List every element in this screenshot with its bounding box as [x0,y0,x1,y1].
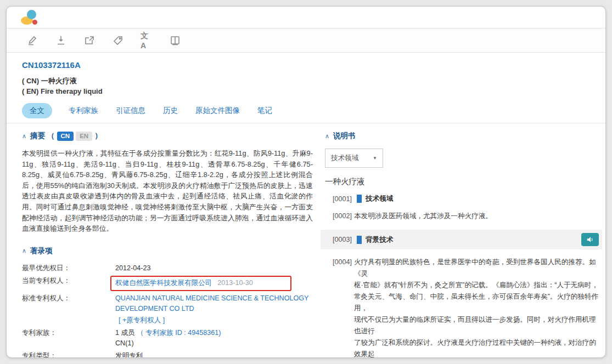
paragraph-text: 本发明涉及医药领域，尤其涉及一种火疗液。 [354,211,600,222]
tag-icon[interactable] [112,35,124,47]
abstract-section-title: 摘要 [30,131,45,141]
biblio-table: 最早优先权日： 2012-04-23 当前专利权人： 权健自然医学科技发展有限公… [22,263,313,358]
paragraph-number: [0001] [333,195,352,203]
priority-date-label: 最早优先权日： [22,263,115,274]
abstract-text: 本发明提供一种火疗液，其特征在于各成分按重量分数比为：红花9-11g、防风9-1… [22,148,313,234]
collapse-description-icon[interactable]: ∧ [325,133,329,140]
logo-red-circle [32,20,37,25]
app-header [7,7,605,29]
dropdown-selected-value: 技术领域 [331,153,358,163]
abstract-section-header: ∧ 摘要 （ CN EN ） [22,131,313,141]
annotation-red-box: 权健自然医学科技发展有限公司2013-10-30 [110,276,291,291]
section-marker-icon [357,236,362,244]
description-section-header: ∧ 说明书 [325,131,600,141]
current-assignee-date: 2013-10-30 [217,279,252,287]
current-assignee-link[interactable]: 权健自然医学科技发展有限公司 [115,279,212,287]
biblio-section-title: 著录项 [30,246,53,256]
logo-blue-circle [27,10,36,19]
biblio-section-header: ∧ 著录项 [22,246,313,256]
paragraph-number: [0004] [333,257,352,358]
paragraph-number: [0002] [333,211,352,222]
paragraph-0002: [0002] 本发明涉及医药领域，尤其涉及一种火疗液。 [325,211,600,222]
collapse-abstract-icon[interactable]: ∧ [22,133,26,140]
left-panel: ∧ 摘要 （ CN EN ） 本发明提供一种火疗液，其特征在于各成分按重量分数比… [22,131,313,358]
patent-type-label: 专利类型： [22,351,115,358]
tech-field-heading: 技术领域 [366,194,393,203]
patent-family-row: 专利家族： 1 成员 （ 专利家族 ID : 49458361) CN(1) [22,328,313,349]
standard-assignee-row: 标准专利权人： QUANJIAN NATURAL MEDICINE SCIENC… [22,293,313,326]
tab-patent-family[interactable]: 专利家族 [68,103,99,118]
export-icon[interactable] [83,35,96,47]
paragraph-0004: [0004] 火疗具有明显的民族特色，是世界医学中的奇葩，受到世界各国人民的推荐… [325,257,600,358]
background-heading: 背景技术 [366,235,393,244]
paren-open: （ [47,131,55,141]
family-country: CN(1) [115,339,134,347]
translate-icon[interactable]: 文A [141,35,153,47]
patent-number: CN103372116A [22,60,600,70]
original-assignee-toggle[interactable]: [ +原专利权人 ] [119,315,165,326]
highlighter-icon[interactable] [26,35,38,47]
standard-assignee-label: 标准专利权人： [22,293,115,326]
read-aloud-button[interactable] [581,233,599,246]
tab-bar: 全文 专利家族 引证信息 历史 原始文件图像 笔记 [22,103,600,118]
patent-type-value: 发明专利 [115,351,313,358]
paragraph-number: [0003] [333,236,352,243]
section-marker-icon [357,195,362,203]
section-jump-dropdown[interactable]: 技术领域 ▼ [325,149,383,168]
speaker-icon [586,236,594,243]
paragraph-text: 火疗具有明显的民族特色，是世界医学中的奇葩，受到世界各国人民的推荐。如 《灵 枢… [354,257,600,358]
tab-notes[interactable]: 笔记 [256,103,273,118]
download-icon[interactable] [55,35,67,47]
family-members: 1 成员 [115,329,137,337]
tab-original-images[interactable]: 原始文件图像 [194,103,241,118]
book-icon[interactable] [169,35,181,47]
paren-close: ） [94,131,102,141]
family-id-link[interactable]: （ 专利家族 ID : 49458361) [137,329,221,337]
description-section-title: 说明书 [333,131,356,141]
tab-history[interactable]: 历史 [162,103,179,118]
document-toolbar: 文A [7,29,605,53]
description-panel: ∧ 说明书 技术领域 ▼ 一种火疗液 [0001] 技术领域 [0002] 本发… [325,131,600,358]
priority-date-row: 最早优先权日： 2012-04-23 [22,263,313,274]
collapse-biblio-icon[interactable]: ∧ [22,247,26,254]
description-doc-title: 一种火疗液 [325,177,600,187]
tab-citations[interactable]: 引证信息 [115,103,147,118]
chevron-down-icon: ▼ [373,156,377,161]
paragraph-0001: [0001] 技术领域 [325,194,600,203]
patent-title-en: ( EN) Fire therapy liquid [22,86,600,96]
current-assignee-row: 当前专利权人： 权健自然医学科技发展有限公司2013-10-30 [22,276,313,291]
abstract-lang-en-button[interactable]: EN [76,132,92,141]
patent-family-label: 专利家族： [22,328,115,349]
priority-date-value: 2012-04-23 [115,263,313,274]
paragraph-0003-highlight-band: [0003] 背景技术 [321,230,602,249]
standard-assignee-link[interactable]: QUANJIAN NATURAL MEDICINE SCIENCE & TECH… [115,294,308,312]
patent-type-row: 专利类型： 发明专利 [22,351,313,358]
patent-title-cn: ( CN) 一种火疗液 [22,76,600,86]
app-logo-icon [21,10,41,25]
current-assignee-label: 当前专利权人： [22,276,115,291]
tab-fulltext[interactable]: 全文 [22,103,52,118]
patent-detail-window: 文A CN103372116A ( CN) 一种火疗液 ( EN) Fire t… [6,6,606,358]
abstract-lang-cn-button[interactable]: CN [57,132,74,141]
